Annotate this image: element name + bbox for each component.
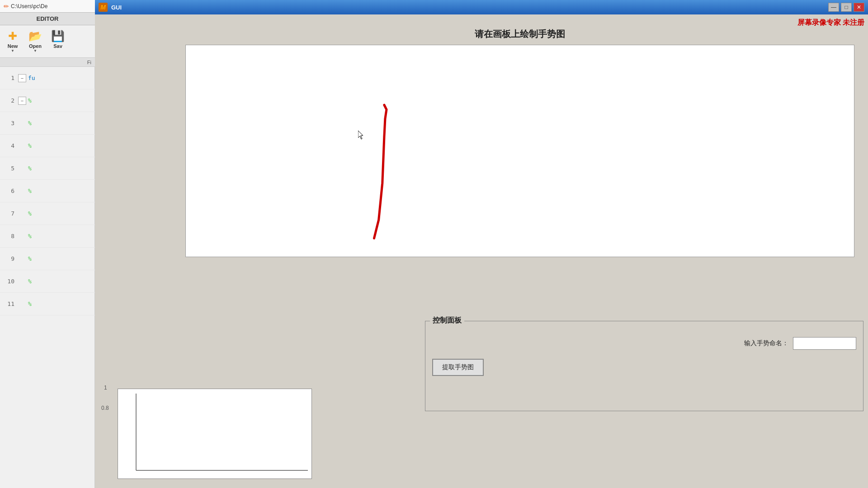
line-code-6: %	[28, 188, 32, 194]
drawing-section: 请在画板上绘制手势图	[185, 28, 854, 317]
code-line-7: 7 %	[0, 202, 95, 225]
new-button[interactable]: ✚ New ▼	[2, 28, 24, 55]
open-icon: 📂	[28, 30, 42, 42]
gui-app-icon: M	[99, 3, 108, 12]
file-path-bar: ✏ C:\Users\pc\De	[0, 0, 95, 13]
line-number-10: 10	[0, 278, 18, 285]
code-line-4: 4 %	[0, 135, 95, 157]
drawing-label: 请在画板上绘制手势图	[185, 28, 854, 40]
gui-content: 屏幕录像专家 未注册 请在画板上绘制手势图 1 0.8	[95, 14, 868, 488]
input-row: 输入手势命名：	[432, 337, 856, 350]
save-button[interactable]: 💾 Sav	[47, 28, 69, 51]
line-number-6: 6	[0, 188, 18, 194]
line-number-11: 11	[0, 300, 18, 307]
line-code-8: %	[28, 233, 32, 239]
file-edit-icon: ✏	[4, 3, 9, 10]
line-code-1: fu	[28, 75, 35, 81]
line-number-3: 3	[0, 120, 18, 127]
line-number-5: 5	[0, 165, 18, 172]
gui-window: M GUI — □ ✕ 屏幕录像专家 未注册 请在画板上绘制手势图	[95, 0, 868, 488]
file-path-text: C:\Users\pc\De	[11, 3, 47, 9]
window-controls: — □ ✕	[828, 3, 864, 12]
new-dropdown-arrow: ▼	[11, 49, 14, 53]
code-line-10: 10 %	[0, 270, 95, 293]
editor-panel: ✏ C:\Users\pc\De EDITOR ✚ New ▼ 📂 Open ▼…	[0, 0, 95, 488]
code-line-2: 2 − %	[0, 89, 95, 112]
gesture-stroke	[186, 45, 854, 257]
y-axis-value-08: 0.8	[101, 405, 109, 411]
line-code-5: %	[28, 165, 32, 172]
code-line-6: 6 %	[0, 180, 95, 202]
code-line-8: 8 %	[0, 225, 95, 248]
gui-title-text: GUI	[111, 4, 122, 11]
gesture-name-input[interactable]	[793, 337, 856, 350]
line-code-10: %	[28, 278, 32, 285]
gui-title-bar: M GUI — □ ✕	[95, 0, 868, 14]
section-label-text: Fi	[87, 60, 91, 65]
close-button[interactable]: ✕	[854, 3, 864, 12]
collapse-btn-1[interactable]: −	[18, 74, 26, 82]
y-axis-value-1: 1	[104, 385, 107, 391]
minimize-button[interactable]: —	[828, 3, 839, 12]
code-line-11: 11 %	[0, 293, 95, 315]
drawing-canvas[interactable]	[185, 45, 854, 257]
control-panel: 控制面板 输入手势命名： 提取手势图	[420, 316, 868, 488]
code-line-5: 5 %	[0, 157, 95, 180]
code-line-9: 9 %	[0, 248, 95, 270]
collapse-btn-2[interactable]: −	[18, 97, 26, 105]
line-number-1: 1	[0, 75, 18, 81]
line-number-2: 2	[0, 97, 18, 104]
new-label: New	[8, 43, 18, 49]
editor-section-label: Fi	[0, 58, 95, 67]
line-number-7: 7	[0, 210, 18, 217]
button-row: 提取手势图	[432, 359, 856, 376]
input-label: 输入手势命名：	[744, 339, 788, 347]
line-code-7: %	[28, 210, 32, 217]
save-label: Sav	[53, 43, 62, 49]
gui-icon-text: M	[100, 4, 106, 11]
toolbar: EDITOR ✚ New ▼ 📂 Open ▼ 💾 Sav	[0, 13, 95, 58]
code-line-1: 1 − fu	[0, 67, 95, 89]
maximize-button[interactable]: □	[841, 3, 852, 12]
line-number-8: 8	[0, 233, 18, 239]
plot-svg	[118, 389, 311, 479]
line-code-2: %	[28, 97, 32, 104]
new-icon: ✚	[8, 30, 17, 42]
line-code-9: %	[28, 255, 32, 262]
line-number-4: 4	[0, 142, 18, 149]
capture-gesture-button[interactable]: 提取手势图	[432, 359, 484, 376]
line-number-9: 9	[0, 255, 18, 262]
lower-section: 1 0.8 控制面板 输	[95, 316, 868, 488]
open-button[interactable]: 📂 Open ▼	[24, 28, 46, 55]
open-dropdown-arrow: ▼	[33, 49, 37, 53]
control-panel-title: 控制面板	[430, 316, 464, 325]
code-line-3: 3 %	[0, 112, 95, 135]
plot-area: 1 0.8	[95, 316, 420, 488]
control-panel-box: 控制面板 输入手势命名： 提取手势图	[425, 321, 863, 411]
save-icon: 💾	[51, 30, 65, 42]
line-code-11: %	[28, 300, 32, 307]
editor-label: EDITOR	[37, 15, 59, 22]
line-code-3: %	[28, 120, 32, 127]
line-code-4: %	[28, 142, 32, 149]
plot-axes	[118, 389, 312, 479]
watermark-text: 屏幕录像专家 未注册	[797, 18, 864, 28]
code-lines-area: 1 − fu 2 − % 3 % 4 % 5 % 6 %	[0, 67, 95, 488]
open-label: Open	[29, 43, 42, 49]
